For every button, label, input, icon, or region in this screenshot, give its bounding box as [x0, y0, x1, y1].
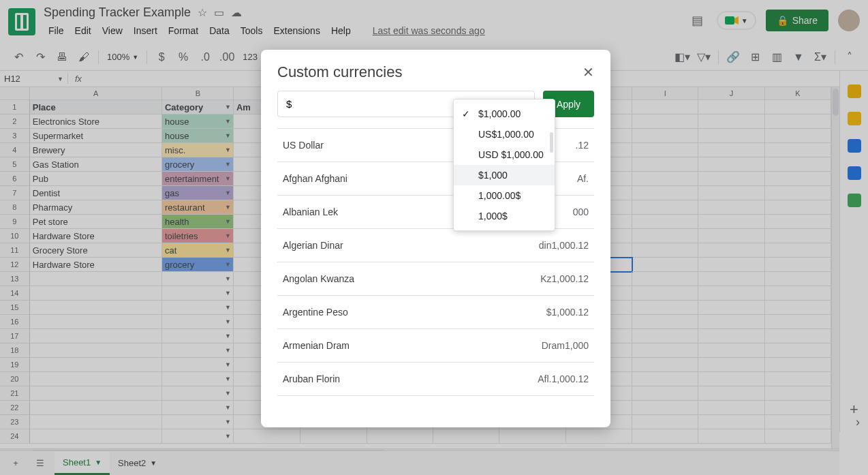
currency-option[interactable]: Armenian DramDram1,000: [277, 329, 594, 363]
currency-option[interactable]: Algerian Dinardin1,000.12: [277, 229, 594, 262]
close-icon[interactable]: ✕: [583, 64, 594, 80]
currency-option[interactable]: Aruban FlorinAfl.1,000.12: [277, 363, 594, 396]
currency-option[interactable]: Argentine Peso$1,000.12: [277, 296, 594, 329]
format-option[interactable]: $1,000: [454, 165, 555, 185]
format-option[interactable]: US$1,000.00: [454, 124, 555, 144]
format-option[interactable]: $1,000.00: [454, 104, 555, 124]
format-option[interactable]: 1,000$: [454, 206, 555, 226]
currency-format-dropdown: $1,000.00US$1,000.00USD $1,000.00$1,0001…: [453, 99, 555, 231]
custom-currencies-dialog: Custom currencies ✕ Apply US Dollar.12Af…: [261, 50, 610, 427]
currency-option[interactable]: Angolan KwanzaKz1,000.12: [277, 262, 594, 296]
dialog-title: Custom currencies: [277, 63, 402, 81]
format-option[interactable]: USD $1,000.00: [454, 144, 555, 165]
format-option[interactable]: 1,000.00$: [454, 185, 555, 206]
